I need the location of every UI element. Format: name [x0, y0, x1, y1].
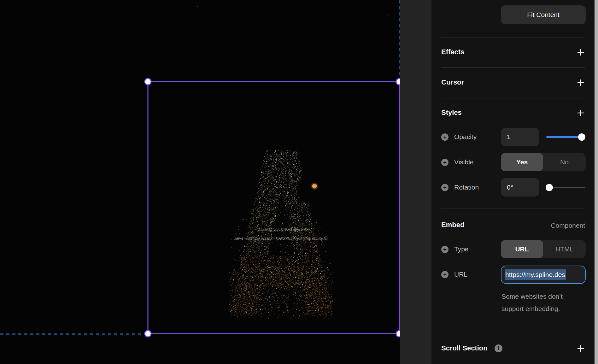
url-input-selected-text: https://my.spline.des [505, 269, 566, 280]
add-override-icon[interactable]: + [441, 246, 448, 253]
workspace-background[interactable] [400, 0, 431, 364]
selection-handle-top-left[interactable] [145, 79, 151, 85]
info-icon[interactable]: i [495, 344, 502, 352]
add-override-icon[interactable]: + [441, 159, 448, 166]
selection-handle-top-right[interactable] [396, 79, 400, 85]
framer-editor: Fit Content Effects Cursor Styles + [0, 0, 598, 364]
opacity-input[interactable]: 1 [501, 128, 539, 146]
section-title-embed: Embed [441, 221, 464, 229]
opacity-slider[interactable] [546, 128, 585, 146]
stray-particle-speck [387, 15, 388, 15]
type-label: Type [454, 245, 469, 253]
properties-panel: Fit Content Effects Cursor Styles + [431, 0, 594, 364]
slider-thumb[interactable] [578, 133, 585, 141]
section-title-cursor: Cursor [441, 78, 464, 86]
add-style-button[interactable] [576, 108, 585, 118]
visible-option-no[interactable]: No [543, 153, 586, 171]
canvas-overlay [0, 0, 400, 364]
stray-particle-speck [271, 16, 271, 17]
stray-particle-speck [268, 10, 269, 10]
divider [441, 208, 585, 208]
rotation-slider[interactable] [546, 178, 585, 197]
type-option-html[interactable]: HTML [543, 240, 586, 258]
section-title-styles: Styles [441, 109, 462, 117]
add-override-icon[interactable]: + [441, 184, 448, 191]
rotation-input[interactable]: 0° [501, 178, 539, 197]
slider-thumb[interactable] [546, 184, 553, 191]
url-row: + URL [441, 271, 467, 278]
section-title-scroll: Scroll Section [441, 344, 488, 352]
type-option-url[interactable]: URL [501, 240, 543, 258]
opacity-row: + Opacity [441, 133, 477, 141]
section-title-effects: Effects [441, 48, 464, 56]
url-input[interactable]: https://my.spline.des [501, 266, 586, 284]
plus-icon [577, 109, 585, 117]
embed-helper-text: Some websites don’t support embedding. [501, 290, 584, 315]
opacity-label: Opacity [454, 133, 477, 141]
add-cursor-button[interactable] [576, 78, 585, 87]
divider [441, 98, 585, 98]
window-scrollbar[interactable] [594, 0, 598, 364]
plus-icon [577, 344, 585, 353]
visible-label: Visible [454, 158, 473, 166]
url-label: URL [454, 271, 467, 278]
add-effects-button[interactable] [576, 48, 585, 57]
add-override-icon[interactable]: + [441, 271, 448, 278]
add-scroll-section-button[interactable] [576, 344, 585, 353]
rotation-label: Rotation [454, 184, 479, 191]
add-override-icon[interactable]: + [441, 133, 448, 141]
selection-handle-bottom-left[interactable] [145, 331, 151, 337]
scroll-section-header: Scroll Section i [441, 344, 502, 352]
divider [441, 334, 585, 334]
selection-handle-bottom-right[interactable] [396, 331, 400, 337]
plus-icon [577, 79, 585, 87]
rotation-row: + Rotation [441, 184, 479, 191]
visible-option-yes[interactable]: Yes [501, 153, 543, 171]
divider [441, 37, 585, 38]
plus-icon [577, 48, 585, 56]
type-segmented-control: URL HTML [501, 240, 586, 258]
type-row: + Type [441, 245, 469, 253]
visible-row: + Visible [441, 158, 473, 166]
spline-particle-letter-A[interactable] [229, 149, 333, 319]
divider [441, 67, 585, 68]
component-badge: Component [551, 222, 585, 229]
fit-content-button[interactable]: Fit Content [501, 5, 586, 24]
stray-particle-speck [118, 19, 118, 20]
visible-segmented-control: Yes No [501, 153, 586, 171]
stray-particle-speck [197, 6, 198, 7]
stray-particle-speck [130, 7, 130, 7]
design-canvas-frame[interactable] [0, 0, 400, 364]
